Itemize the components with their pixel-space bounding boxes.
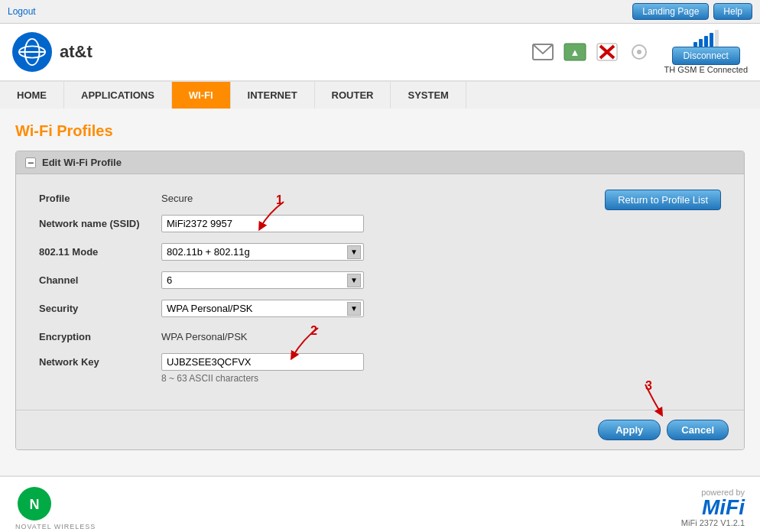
network-name-row: Network name (SSID) 1	[39, 215, 721, 232]
mode-row: 802.11 Mode 802.11b + 802.11g 802.11b 80…	[39, 243, 721, 261]
novatel-logo-icon: N	[15, 485, 54, 523]
network-key-field-area: 8 ~ 63 ASCII characters	[161, 353, 364, 384]
landing-page-button[interactable]: Landing Page	[632, 3, 709, 20]
header: at&t ▲	[0, 24, 760, 82]
encryption-row: Encryption WPA Personal/PSK 2	[39, 328, 721, 342]
profile-value: Secure	[161, 190, 193, 204]
email-icon	[530, 41, 556, 63]
mode-label: 802.11 Mode	[39, 243, 161, 258]
footer: N NOVATEL WIRELESS powered by MiFi MiFi …	[0, 475, 760, 532]
nav-system[interactable]: SYSTEM	[391, 82, 466, 109]
edit-wifi-profile-box: − Edit Wi-Fi Profile Return to Profile L…	[15, 151, 745, 450]
bottom-actions-container: 3 Apply Cancel	[16, 410, 744, 449]
security-select-wrap: WPA Personal/PSK None WEP WPA2 Personal/…	[161, 300, 364, 317]
channel-select[interactable]: 6123 4578 91011	[161, 271, 364, 289]
svg-point-11	[637, 50, 641, 54]
bar4	[710, 33, 713, 47]
svg-text:N: N	[30, 497, 40, 512]
mode-select-wrap: 802.11b + 802.11g 802.11b 802.11g ▼	[161, 243, 364, 261]
nav-internet[interactable]: INTERNET	[231, 82, 315, 109]
network-key-input[interactable]	[161, 353, 364, 371]
logo-area: at&t	[12, 32, 93, 72]
encryption-label: Encryption	[39, 328, 161, 342]
main-content: Wi-Fi Profiles − Edit Wi-Fi Profile Retu…	[0, 109, 760, 475]
disconnect-button[interactable]: Disconnect	[672, 47, 740, 65]
security-select[interactable]: WPA Personal/PSK None WEP WPA2 Personal/…	[161, 300, 364, 317]
signal-bars	[693, 30, 719, 47]
disconnect-x-icon	[594, 41, 620, 63]
wifi-icon: ▲	[562, 41, 588, 63]
channel-row: Channel 6123 4578 91011 ▼	[39, 271, 721, 289]
mode-select[interactable]: 802.11b + 802.11g 802.11b 802.11g	[161, 243, 364, 261]
top-bar: Logout Landing Page Help	[0, 0, 760, 24]
network-key-row: Network Key 8 ~ 63 ASCII characters	[39, 353, 721, 384]
annotation-2: 2	[310, 324, 317, 338]
security-row: Security WPA Personal/PSK None WEP WPA2 …	[39, 300, 721, 317]
encryption-value: WPA Personal/PSK	[161, 328, 247, 342]
att-logo-icon	[12, 32, 52, 72]
footer-right: powered by MiFi MiFi 2372 V1.2.1	[681, 488, 745, 527]
edit-box-title: Edit Wi-Fi Profile	[42, 157, 122, 168]
top-bar-actions: Landing Page Help	[632, 3, 752, 20]
security-label: Security	[39, 300, 161, 314]
bar2	[699, 39, 703, 47]
nav-applications[interactable]: APPLICATIONS	[64, 82, 172, 109]
settings-icon	[626, 41, 652, 63]
nav-home[interactable]: HOME	[0, 82, 64, 109]
edit-box-header: − Edit Wi-Fi Profile	[16, 151, 744, 174]
nav-wifi[interactable]: WI-FI	[172, 82, 231, 109]
edit-box-body: Return to Profile List Profile Secure Ne…	[16, 174, 744, 410]
svg-text:▲: ▲	[570, 47, 580, 58]
page-title: Wi-Fi Profiles	[15, 122, 745, 140]
header-right: ▲	[530, 30, 748, 74]
help-button[interactable]: Help	[713, 3, 752, 20]
version-text: MiFi 2372 V1.2.1	[681, 518, 745, 527]
network-name-input[interactable]	[161, 215, 364, 232]
cancel-button[interactable]: Cancel	[667, 420, 729, 440]
att-logo-text: at&t	[60, 42, 93, 62]
bar3	[704, 36, 708, 47]
novatel-wireless-text: NOVATEL WIRELESS	[15, 523, 96, 530]
logout-link[interactable]: Logout	[8, 6, 36, 17]
channel-select-wrap: 6123 4578 91011 ▼	[161, 271, 364, 289]
novatel-logo: N NOVATEL WIRELESS	[15, 485, 96, 530]
nav-router[interactable]: ROUTER	[315, 82, 391, 109]
channel-label: Channel	[39, 271, 161, 286]
mifi-brand: MiFi	[681, 497, 745, 518]
signal-block: Disconnect TH GSM E Connected	[664, 30, 748, 74]
return-button-area: Return to Profile List	[605, 190, 721, 210]
collapse-icon[interactable]: −	[25, 157, 36, 168]
apply-button[interactable]: Apply	[598, 420, 661, 440]
navigation-bar: HOME APPLICATIONS WI-FI INTERNET ROUTER …	[0, 82, 760, 109]
bottom-actions: Apply Cancel	[16, 410, 744, 449]
network-key-hint: 8 ~ 63 ASCII characters	[161, 373, 364, 384]
profile-label: Profile	[39, 190, 161, 204]
return-to-profile-list-button[interactable]: Return to Profile List	[605, 190, 721, 210]
connection-status: TH GSM E Connected	[664, 65, 748, 74]
bar5	[715, 30, 719, 47]
network-name-label: Network name (SSID)	[39, 215, 161, 229]
network-key-label: Network Key	[39, 353, 161, 368]
status-icons: ▲	[530, 41, 652, 63]
